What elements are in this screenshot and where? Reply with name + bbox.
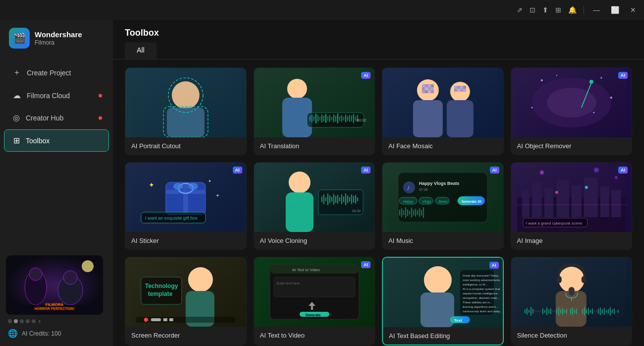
svg-text:most exciting advancements: most exciting advancements [463,279,500,282]
card-thumbnail [125,68,246,137]
sidebar-item-creator-hub[interactable]: ◎ Creator Hub [4,107,109,128]
svg-rect-46 [447,100,474,137]
svg-rect-64 [463,86,466,89]
svg-text:recognition, decision-maki...: recognition, decision-maki... [463,296,500,299]
svg-rect-137 [413,210,414,216]
device-icon[interactable]: ⊡ [530,6,536,14]
tool-card-ai-voice-cloning[interactable]: 00:32 AI AI Voice Cloning [254,162,376,250]
svg-rect-99 [327,193,328,205]
svg-rect-94 [285,192,313,232]
svg-text:template: template [148,290,173,297]
grid-icon[interactable]: ⊞ [555,6,561,14]
svg-rect-130 [399,210,400,216]
tool-card-ai-face-mosaic[interactable]: AI Face Mosaic [382,67,504,155]
svg-rect-206 [530,307,531,316]
svg-point-158 [614,176,617,179]
svg-text:37:28: 37:28 [419,188,428,191]
svg-rect-230 [578,310,579,312]
svg-rect-30 [337,114,338,123]
tool-card-silence-detection[interactable]: Silence Detection [511,257,633,346]
svg-rect-59 [431,90,434,93]
sidebar-item-label: Toolbox [26,137,50,145]
share-icon[interactable]: ⇗ [517,6,523,14]
minimize-button[interactable]: — [591,5,602,15]
svg-point-4 [63,271,77,285]
titlebar: ⇗ ⊡ ⬆ ⊞ 🔔 — ⬜ ✕ [0,0,644,20]
maximize-button[interactable]: ⬜ [609,5,621,15]
svg-text:learning algorithms and it...: learning algorithms and it... [463,305,498,308]
svg-rect-204 [526,308,527,315]
sidebar: 🎬 Wondershare Filmora ＋ Create Project ☁… [0,20,113,346]
svg-rect-63 [460,86,463,89]
close-button[interactable]: ✕ [628,5,638,15]
svg-point-77 [593,112,594,114]
tool-card-ai-portrait-cutout[interactable]: AI Portrait Cutout [125,67,247,155]
svg-rect-35 [347,116,348,121]
sidebar-item-filmora-cloud[interactable]: ☁ Filmora Cloud [4,85,109,106]
svg-rect-249 [615,310,616,312]
card-thumbnail: ✦ ✦ ✦ I want an exquisite gift box AI [125,163,246,232]
svg-rect-28 [333,115,334,122]
scroll-next-arrow[interactable]: › [39,318,41,325]
tool-grid: AI Portrait Cutout [125,67,632,346]
svg-rect-39 [355,116,356,121]
upload-icon[interactable]: ⬆ [542,6,548,14]
sidebar-item-label: Create Project [27,69,71,77]
svg-rect-135 [409,211,410,215]
svg-rect-145 [522,190,529,217]
svg-rect-250 [617,310,618,313]
svg-rect-20 [317,115,318,122]
tool-card-ai-music[interactable]: ♪ Happy Vlogs Beats 37:28 Happy Vlogs [382,162,504,250]
svg-text:Vlogs: Vlogs [423,200,431,204]
svg-point-5 [82,260,94,272]
globe-icon: 🌐 [8,329,18,338]
svg-rect-54 [428,87,431,90]
svg-rect-100 [329,195,330,203]
svg-rect-61 [454,86,457,89]
tool-card-screen-recorder[interactable]: Technology template Screen Record [125,257,247,346]
svg-rect-18 [313,116,314,121]
svg-rect-212 [542,308,543,314]
svg-point-157 [593,168,598,173]
svg-point-182 [424,266,452,294]
notification-dot [99,116,102,119]
tool-card-ai-translation[interactable]: 00:32 AI AI Translation [254,67,376,155]
dot-4 [26,319,30,323]
tool-card-ai-sticker[interactable]: ✦ ✦ ✦ I want an exquisite gift box AI AI… [125,162,247,250]
bell-icon[interactable]: 🔔 [568,6,577,14]
tab-all[interactable]: All [125,42,157,59]
svg-rect-52 [422,87,425,90]
svg-rect-19 [315,114,316,123]
svg-text:continuously learn and adap...: continuously learn and adap... [463,310,502,313]
card-label: AI Image [511,232,632,249]
sidebar-item-create-project[interactable]: ＋ Create Project [4,61,109,84]
svg-rect-224 [566,309,567,314]
svg-rect-138 [415,209,416,217]
svg-rect-29 [335,115,336,121]
ai-badge: AI [618,167,628,173]
svg-rect-65 [454,89,457,92]
svg-text:Great day everyone! Today,: Great day everyone! Today, [463,274,499,277]
svg-rect-112 [353,196,354,203]
svg-rect-203 [524,309,525,313]
svg-point-76 [556,75,557,76]
svg-rect-244 [605,310,606,313]
ai-badge: AI [361,167,371,173]
tool-card-ai-image[interactable]: I want a grand cyberpunk scene AI AI Ima… [511,162,633,250]
svg-rect-213 [544,310,545,313]
svg-rect-183 [421,292,454,327]
svg-rect-105 [339,197,340,201]
tool-card-ai-text-to-video[interactable]: AI Text to Video Enter text here... Gene… [254,257,376,346]
svg-rect-27 [331,116,332,120]
svg-rect-231 [580,310,581,312]
svg-text:These abilities are in...: These abilities are in... [463,301,492,304]
toolbox-icon: ⊞ [13,136,20,145]
featured-thumbnail[interactable]: FILMORA HORROR PERFECTION! [6,255,103,315]
svg-rect-38 [353,114,354,123]
tool-card-ai-text-based-editing[interactable]: Great day everyone! Today, most exciting… [382,257,504,346]
tool-card-ai-object-remover[interactable]: AI AI Object Remover [511,67,633,155]
logo-icon: 🎬 [9,28,30,49]
svg-point-156 [539,171,543,174]
card-label: AI Music [382,232,503,249]
sidebar-item-toolbox[interactable]: ⊞ Toolbox [4,129,109,152]
